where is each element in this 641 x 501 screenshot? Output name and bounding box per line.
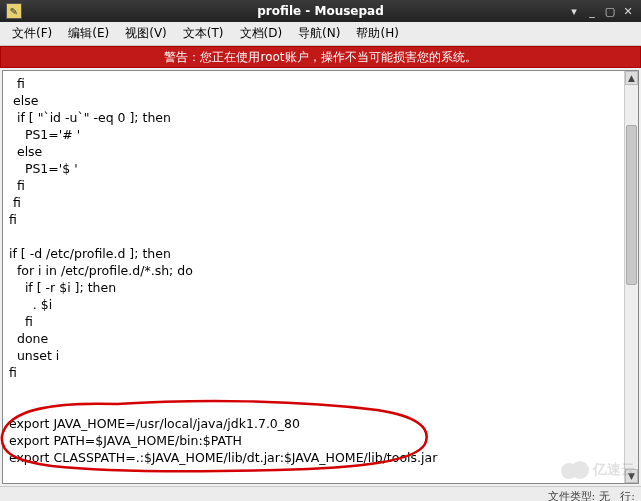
minimize-button[interactable]: _ [583, 3, 601, 19]
maximize-button[interactable]: ▢ [601, 3, 619, 19]
app-icon: ✎ [6, 3, 22, 19]
vertical-scrollbar: ▲ ▼ [624, 71, 638, 483]
menu-nav-label: 导航(N) [298, 26, 340, 40]
root-warning-text: 警告：您正在使用root账户，操作不当可能损害您的系统。 [164, 49, 476, 66]
window-buttons: ▾ _ ▢ ✕ [565, 3, 641, 19]
scroll-track[interactable] [625, 85, 638, 469]
menu-file-label: 文件(F) [12, 26, 52, 40]
menu-edit[interactable]: 编辑(E) [60, 23, 117, 44]
text-editor[interactable]: fi else if [ "`id -u`" -eq 0 ]; then PS1… [3, 71, 638, 483]
menu-view-label: 视图(V) [125, 26, 167, 40]
root-warning-bar: 警告：您正在使用root账户，操作不当可能损害您的系统。 [0, 46, 641, 68]
window-title: profile - Mousepad [0, 4, 641, 18]
status-filetype-label: 文件类型: [548, 489, 596, 501]
shade-button[interactable]: ▾ [565, 3, 583, 19]
menu-text[interactable]: 文本(T) [175, 23, 232, 44]
menu-help-label: 帮助(H) [356, 26, 398, 40]
titlebar: ✎ profile - Mousepad ▾ _ ▢ ✕ [0, 0, 641, 22]
menubar: 文件(F) 编辑(E) 视图(V) 文本(T) 文档(D) 导航(N) 帮助(H… [0, 22, 641, 46]
status-filetype-value: 无 [599, 489, 610, 501]
menu-file[interactable]: 文件(F) [4, 23, 60, 44]
menu-text-label: 文本(T) [183, 26, 224, 40]
editor-pane: fi else if [ "`id -u`" -eq 0 ]; then PS1… [2, 70, 639, 484]
scroll-up-button[interactable]: ▲ [625, 71, 638, 85]
menu-view[interactable]: 视图(V) [117, 23, 175, 44]
scroll-down-button[interactable]: ▼ [625, 469, 638, 483]
menu-document[interactable]: 文档(D) [232, 23, 291, 44]
menu-document-label: 文档(D) [240, 26, 283, 40]
menu-edit-label: 编辑(E) [68, 26, 109, 40]
statusbar: 文件类型: 无 行: [0, 486, 641, 501]
close-button[interactable]: ✕ [619, 3, 637, 19]
scroll-thumb[interactable] [626, 125, 637, 285]
menu-help[interactable]: 帮助(H) [348, 23, 406, 44]
menu-nav[interactable]: 导航(N) [290, 23, 348, 44]
status-line-label: 行: [620, 489, 635, 501]
